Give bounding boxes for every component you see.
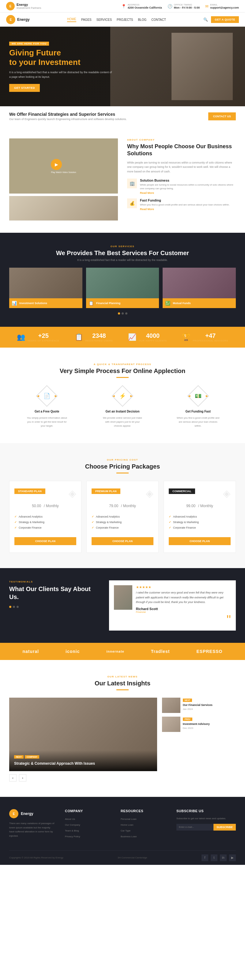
- subscribe-email-input[interactable]: [177, 824, 213, 830]
- plan-commercial-button[interactable]: CHOOSE PLAN: [169, 537, 231, 545]
- email-value: support@agency.com: [210, 6, 239, 9]
- service-icon-1: 📊: [12, 301, 17, 305]
- linkedin-icon[interactable]: in: [220, 854, 227, 861]
- nav-services[interactable]: SERVICES: [97, 18, 112, 21]
- nav-contact[interactable]: CONTACT: [151, 18, 166, 21]
- clients-label: Our Happy Clients: [139, 339, 167, 342]
- funding-read-more[interactable]: Read More: [140, 208, 154, 211]
- test-dot-2[interactable]: [13, 606, 15, 608]
- subscribe-button[interactable]: SUBSCRIBE: [213, 824, 236, 830]
- play-button[interactable]: ▶: [51, 159, 62, 170]
- nav-logo-icon: E: [6, 15, 15, 24]
- footer-link-privacy[interactable]: Privacy Policy: [65, 835, 80, 838]
- funding-title: Fast Funding: [140, 199, 230, 202]
- nav-pages[interactable]: PAGES: [81, 18, 92, 21]
- pricing-divider: [116, 473, 129, 474]
- testimonial-content: ★★★★★ I rated the customer service very …: [136, 585, 231, 626]
- timing-value: Mon - Fri 9:00 - 5:00: [174, 6, 200, 9]
- blog-side: NEXT Our Financial Services Jan 2024 PRE…: [162, 698, 236, 781]
- step3-icon: 💵: [195, 393, 202, 399]
- process-step-1: 📄 ◄ ► Get a Free Quote You simply presen…: [9, 385, 85, 428]
- testimonial-avatar: [114, 585, 132, 610]
- partner-innernate: innernate: [106, 649, 124, 653]
- blog-next-arrow[interactable]: ›: [19, 774, 26, 781]
- testimonials-section: TESTIMONIALS What Our Clients Say About …: [0, 568, 245, 643]
- step2-icon: ⚡: [119, 393, 126, 399]
- nav-logo-name: Energy: [17, 18, 30, 22]
- footer-link-car[interactable]: Car Type: [121, 829, 130, 832]
- nav-home[interactable]: HOME: [67, 18, 76, 22]
- footer-logo-name: Energy: [21, 811, 33, 816]
- testimonial-stars: ★★★★★: [136, 585, 231, 589]
- feature-funding: 💰 Fast Funding When you find a good cred…: [127, 199, 236, 211]
- plan-commercial-features: Advanced Analytics Strategy & Marketing …: [169, 514, 231, 530]
- test-dot-1[interactable]: [9, 606, 11, 608]
- dot-2[interactable]: [122, 312, 124, 315]
- partners-section: natural iconic innernate Tradlest ESPRES…: [0, 643, 245, 660]
- contact-us-button[interactable]: CONTACT US: [208, 112, 236, 120]
- youtube-icon[interactable]: ▶: [229, 854, 236, 861]
- feature-item: Corporate Finance: [14, 525, 76, 530]
- service-label-2: Financial Planning: [96, 302, 121, 305]
- dot-1[interactable]: [118, 312, 120, 315]
- advisors-number: +47: [192, 332, 228, 339]
- pricing-title: Choose Pricing Packages: [9, 463, 236, 470]
- footer-link-company[interactable]: Our Company: [65, 824, 80, 826]
- footer-subscribe-title: SUBSCRIBE US: [177, 809, 236, 813]
- nav-projects[interactable]: PROJECTS: [117, 18, 133, 21]
- blog-side-date-2: Dec 2023: [183, 727, 210, 730]
- blog-prev-arrow[interactable]: ‹: [9, 774, 16, 781]
- about-images: ▶ Play Watch Video Solution: [9, 138, 118, 221]
- blog-main: NEXT COMPANY Strategic & Commercial Appr…: [9, 698, 236, 781]
- solution-title: Solution Business: [140, 178, 236, 182]
- search-icon[interactable]: 🔍: [204, 18, 208, 22]
- timing-info: 🕐 OFFICE TIMING Mon - Fri 9:00 - 5:00: [167, 3, 200, 9]
- blog-tag-next: NEXT: [14, 755, 24, 759]
- twitter-icon[interactable]: t: [211, 854, 218, 861]
- footer-link-personal[interactable]: Personal Loan: [121, 818, 137, 821]
- testimonials-title: What Our Clients Say About Us.: [9, 585, 100, 601]
- service-card-3: 💹 Mutual Funds: [162, 268, 236, 308]
- footer-link-home[interactable]: Home Loan: [121, 824, 133, 826]
- top-bar-info: 📍 ADDRESS 4200 Oceanside California 🕐 OF…: [121, 3, 239, 9]
- testimonials-label: TESTIMONIALS: [9, 580, 100, 583]
- process-label: A QUICK & TRANSPARENT PROCESS: [9, 363, 236, 366]
- footer-bottom: Copyrights © 2019 All Rights Reserved by…: [9, 850, 236, 865]
- plan-premium-icon: ◈: [146, 488, 153, 498]
- services-carousel-dots: [9, 312, 236, 315]
- services-title: We Provides The Best Services For Custom…: [9, 250, 236, 257]
- nav-links: HOME PAGES SERVICES PROJECTS BLOG CONTAC…: [67, 18, 166, 22]
- clients-number: 4000: [139, 332, 167, 339]
- dot-3[interactable]: [125, 312, 127, 315]
- feature-item: Advanced Analytics: [169, 514, 231, 519]
- quote-button[interactable]: GET A QUOTE: [211, 16, 239, 23]
- blog-section: OUR LATEST NEWS Our Latest Insights NEXT…: [0, 660, 245, 797]
- step2-arrow-left: ◄: [112, 394, 115, 398]
- test-dot-3[interactable]: [16, 606, 19, 608]
- facebook-icon[interactable]: f: [202, 854, 208, 861]
- plan-premium-button[interactable]: CHOOSE PLAN: [92, 537, 153, 545]
- hero-cta-button[interactable]: GET STARTED: [9, 84, 40, 92]
- video-label: Play Watch Video Solution: [51, 171, 76, 173]
- banner-description: Our team of Engineers quickly launch Eng…: [9, 118, 127, 121]
- footer-link-about[interactable]: About Us: [65, 818, 75, 821]
- nav-blog[interactable]: BLOG: [138, 18, 146, 21]
- solution-read-more[interactable]: Read More: [140, 191, 154, 194]
- footer-link-business[interactable]: Business Loan: [121, 835, 137, 838]
- footer-link-team[interactable]: Team & Blog: [65, 829, 79, 832]
- about-image: ▶ Play Watch Video Solution: [9, 138, 118, 194]
- blog-featured[interactable]: NEXT COMPANY Strategic & Commercial Appr…: [9, 698, 157, 781]
- process-divider: [116, 377, 129, 378]
- clients-icon: 📈: [128, 333, 136, 341]
- blog-title: Our Latest Insights: [9, 680, 236, 687]
- blog-featured-title: Strategic & Commercial Approach With Iss…: [14, 761, 152, 766]
- banner-strip: We Offer Financial Strategies and Superi…: [0, 106, 245, 126]
- address-info: 📍 ADDRESS 4200 Oceanside California: [121, 3, 162, 9]
- banner-title: We Offer Financial Strategies and Superi…: [9, 112, 127, 117]
- plan-standard-button[interactable]: CHOOSE PLAN: [14, 537, 76, 545]
- partner-natural: natural: [22, 649, 39, 654]
- timing-label: OFFICE TIMING: [174, 3, 200, 6]
- footer-resources-links: Personal Loan Home Loan Car Type Busines…: [121, 816, 167, 838]
- stats-strip: 👥 +25 Years of Experience 📋 2348 Registe…: [0, 327, 245, 348]
- footer-logo-icon: E: [9, 809, 18, 818]
